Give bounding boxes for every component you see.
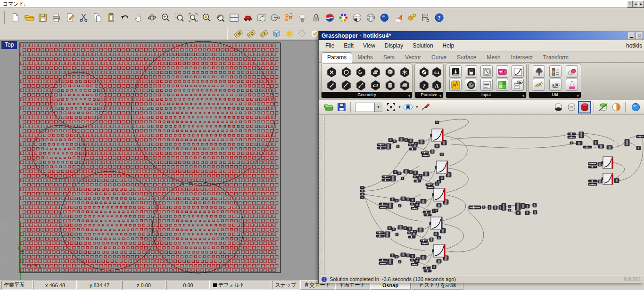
cone-orange-icon[interactable] [391,11,405,24]
grasshopper-titlebar[interactable]: Grasshopper - hotikisu4* ▁ □ [319,31,644,40]
solid-tools-icon[interactable] [323,11,337,24]
geo-param-x-icon[interactable] [325,65,337,78]
rhino-viewport-top[interactable]: yx Top [0,40,318,280]
gh-menu-file[interactable]: File [321,41,339,50]
maximize-button[interactable]: □ [636,32,643,39]
cut-icon[interactable] [77,11,91,24]
command-split-button[interactable]: ▯ [627,0,633,8]
preview-blue-icon[interactable] [628,101,641,113]
gears-icon[interactable] [405,11,419,24]
group-expand-icon[interactable]: ▼ [522,93,525,99]
zoom-extents-icon[interactable] [186,11,200,24]
geo-circle-icon[interactable] [339,65,352,78]
status-cell-0[interactable]: 作業平面 [1,281,33,290]
gh-tab-mesh[interactable]: Mesh [481,53,505,62]
open-file-icon[interactable] [22,11,36,24]
util-flask-icon[interactable] [566,79,578,91]
input-button-icon[interactable] [449,65,462,78]
util-abc-icon[interactable]: ABC [549,79,561,91]
osnap-shapes-icon[interactable] [282,11,296,24]
geo-vector-icon[interactable] [325,79,337,91]
color-wheel-icon[interactable] [337,11,350,24]
focus-icon[interactable] [384,101,397,113]
paste-icon[interactable] [104,11,118,24]
group-expand-icon[interactable]: ▼ [439,93,442,99]
cube-blue-icon[interactable] [270,28,283,40]
tag-o-icon[interactable]: O [245,28,257,40]
prim-integer-icon[interactable]: 7 [417,79,429,91]
preview-shaded-icon[interactable] [578,101,591,113]
gh-menu-view[interactable]: View [358,41,380,50]
rotate-view-icon[interactable] [145,11,159,24]
node-network[interactable] [319,115,644,275]
preview-disabled-icon[interactable] [596,101,610,113]
dimension-icon[interactable] [419,11,432,24]
status-cell-5[interactable]: デフォルト [211,281,271,290]
lock-icon[interactable] [309,11,323,24]
grasshopper-canvas[interactable] [319,115,644,275]
preview-wire-icon[interactable] [565,101,578,113]
tag-f-icon[interactable]: F [257,28,270,40]
viewport-title[interactable]: Top [1,41,17,49]
input-md-slider-icon[interactable] [449,79,462,91]
gh-tab-sets[interactable]: Sets [378,53,400,62]
status-cell-6[interactable]: スナップ [272,281,299,290]
input-knob-icon[interactable] [465,79,477,91]
zoom-dynamic-icon[interactable] [159,11,173,24]
zoom-dropdown-icon[interactable]: ▼ [374,103,382,112]
sphere-split-icon[interactable] [350,11,364,24]
status-cell-1[interactable]: x 466.48 [33,281,77,290]
help-icon[interactable]: ? [432,11,446,24]
copy-icon[interactable] [91,11,104,24]
prim-number-icon[interactable]: 0.1 [430,65,442,78]
ribbon-group-label[interactable]: Util▼ [529,92,581,98]
geo-curve-icon[interactable] [339,79,352,91]
geo-line-icon[interactable] [354,79,366,91]
geo-surface-icon[interactable] [398,79,410,91]
zoom-combobox[interactable]: ▼ [355,103,382,112]
geo-box-icon[interactable] [383,65,396,78]
input-toggle-icon[interactable] [465,65,477,78]
solver-status-icon[interactable]: ! [322,277,327,282]
command-scroll-right-button[interactable]: ► [638,0,644,8]
pan-hand-icon[interactable] [132,11,145,24]
circle-tool-icon[interactable] [268,11,282,24]
undo-icon[interactable] [118,11,132,24]
undo-view-icon[interactable] [214,11,227,24]
toolbar-drag-handle[interactable] [4,11,7,24]
util-jellybean-icon[interactable] [566,65,578,78]
geo-cylinder-icon[interactable] [383,79,396,91]
document-name-hint[interactable]: hotikis [626,42,642,49]
preview-custom-icon[interactable] [610,101,623,113]
gh-menu-solution[interactable]: Solution [408,41,438,50]
gh-menu-edit[interactable]: Edit [339,41,358,50]
gh-tab-intersect[interactable]: Intersect [506,53,538,62]
ribbon-group-label[interactable]: Primitive▼ [415,92,443,98]
command-bar[interactable]: コマンド: ▯◄► [0,0,644,8]
status-cell-3[interactable]: z 0.00 [122,281,165,290]
group-expand-icon[interactable]: ▼ [577,93,579,99]
viewport-layout-icon[interactable] [227,11,241,24]
mesh-gray-icon[interactable] [296,28,308,40]
eye-icon[interactable] [402,101,415,113]
sphere-wireframe-icon[interactable] [364,11,378,24]
util-gradient-icon[interactable] [549,65,561,78]
sphere-blue-icon[interactable] [378,11,391,24]
gh-menu-help[interactable]: Help [438,41,459,50]
tag-m-icon[interactable]: M [232,28,245,40]
input-eyes-icon[interactable] [512,79,524,91]
prim-text-icon[interactable]: A [430,79,442,91]
zoom-window-icon[interactable] [173,11,186,24]
geo-spiral-icon[interactable] [354,65,366,78]
input-clock-icon[interactable] [480,65,493,78]
input-graph-icon[interactable] [512,65,524,78]
print-icon[interactable] [50,11,63,24]
geo-plane-icon[interactable] [369,65,381,78]
viewport-geometry[interactable]: yx [0,40,318,281]
minimize-button[interactable]: ▁ [628,32,635,39]
map-icon[interactable] [255,11,268,24]
ribbon-group-label[interactable]: Input▼ [446,92,526,98]
input-list-icon[interactable] [480,79,493,91]
sketch-icon[interactable] [419,101,432,113]
status-cell-2[interactable]: y 834.47 [78,281,121,290]
